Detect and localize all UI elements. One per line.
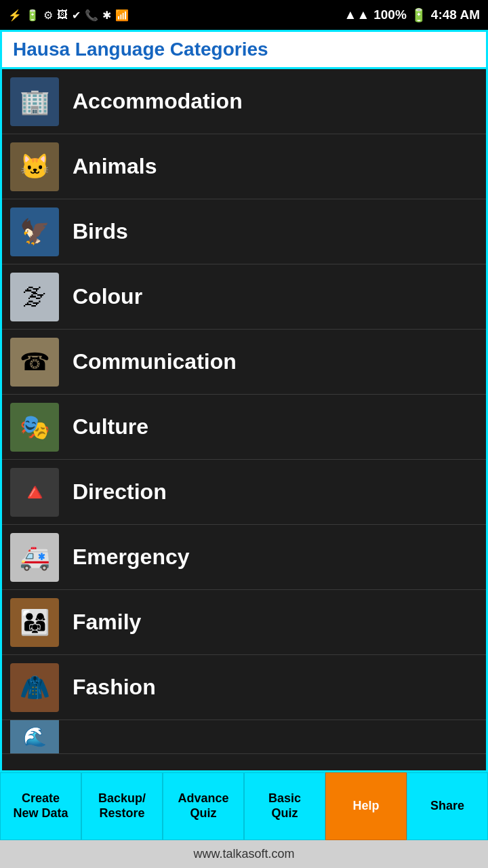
footer: www.talkasoft.com xyxy=(0,840,488,868)
category-label-colour: Colour xyxy=(73,284,142,309)
category-label-direction: Direction xyxy=(73,479,167,505)
category-item-family[interactable]: 👨‍👩‍👧Family xyxy=(2,590,486,655)
category-item-colour[interactable]: 🌫Colour xyxy=(2,264,486,330)
category-label-birds: Birds xyxy=(73,219,128,244)
bottom-btn-backup[interactable]: Backup/Restore xyxy=(81,772,163,840)
category-thumb-accommodation: 🏢 xyxy=(10,77,59,126)
category-item-communication[interactable]: ☎Communication xyxy=(2,330,486,395)
category-label-accommodation: Accommodation xyxy=(73,89,243,114)
category-thumb-communication: ☎ xyxy=(10,338,59,387)
bottom-btn-advquiz[interactable]: AdvanceQuiz xyxy=(163,772,244,840)
category-item-birds[interactable]: 🦅Birds xyxy=(2,199,486,264)
battery-used-icon: 🔋 xyxy=(26,9,39,22)
battery-icon: 🔋 xyxy=(411,7,427,23)
check-icon: ✔ xyxy=(72,9,81,22)
bluetooth-icon: ✱ xyxy=(102,9,111,22)
footer-url: www.talkasoft.com xyxy=(193,847,294,861)
bottom-btn-help[interactable]: Help xyxy=(325,772,407,840)
category-item-fashion[interactable]: 🧥Fashion xyxy=(2,655,486,720)
signal-icon: ▲▲ xyxy=(344,7,370,22)
category-label-animals: Animals xyxy=(73,154,157,179)
bottom-btn-basicquiz[interactable]: BasicQuiz xyxy=(244,772,325,840)
bottom-btn-share[interactable]: Share xyxy=(407,772,488,840)
category-thumb-culture: 🎭 xyxy=(10,403,59,452)
category-thumb-direction: 🔺 xyxy=(10,468,59,517)
category-thumb-birds: 🦅 xyxy=(10,208,59,256)
category-thumb-colour: 🌫 xyxy=(10,273,59,321)
category-thumb-animals: 🐱 xyxy=(10,142,59,191)
bottom-bar: CreateNew DataBackup/RestoreAdvanceQuizB… xyxy=(0,772,488,840)
phone-icon: 📞 xyxy=(85,9,98,22)
page-title: Hausa Language Categories xyxy=(13,39,475,60)
category-thumb-family: 👨‍👩‍👧 xyxy=(10,598,59,647)
category-item-emergency[interactable]: 🚑Emergency xyxy=(2,525,486,590)
bottom-btn-create[interactable]: CreateNew Data xyxy=(0,772,81,840)
category-list: 🏢Accommodation🐱Animals🦅Birds🌫Colour☎Comm… xyxy=(0,69,488,772)
category-label-culture: Culture xyxy=(73,414,148,439)
category-thumb-fashion: 🧥 xyxy=(10,663,59,712)
status-left-icons: ⚡ 🔋 ⚙ 🖼 ✔ 📞 ✱ 📶 xyxy=(8,9,129,22)
battery-label: 100% xyxy=(373,7,407,22)
category-label-family: Family xyxy=(73,610,141,635)
category-thumb-emergency: 🚑 xyxy=(10,533,59,582)
category-label-fashion: Fashion xyxy=(73,675,156,700)
category-item-accommodation[interactable]: 🏢Accommodation xyxy=(2,69,486,134)
usb-icon: ⚡ xyxy=(8,9,22,22)
category-item-partial[interactable]: 🌊 xyxy=(2,720,486,754)
category-item-direction[interactable]: 🔺Direction xyxy=(2,460,486,525)
status-bar: ⚡ 🔋 ⚙ 🖼 ✔ 📞 ✱ 📶 ▲▲ 100% 🔋 4:48 AM xyxy=(0,0,488,30)
category-thumb-partial: 🌊 xyxy=(10,720,59,754)
title-bar: Hausa Language Categories xyxy=(0,30,488,69)
settings-icon: ⚙ xyxy=(43,9,53,22)
image-icon: 🖼 xyxy=(57,9,68,21)
category-item-animals[interactable]: 🐱Animals xyxy=(2,134,486,199)
category-label-emergency: Emergency xyxy=(73,545,190,570)
time-label: 4:48 AM xyxy=(431,7,480,22)
wifi-icon: 📶 xyxy=(115,9,129,22)
category-item-culture[interactable]: 🎭Culture xyxy=(2,395,486,460)
category-label-communication: Communication xyxy=(73,349,237,374)
status-right-info: ▲▲ 100% 🔋 4:48 AM xyxy=(344,7,480,23)
